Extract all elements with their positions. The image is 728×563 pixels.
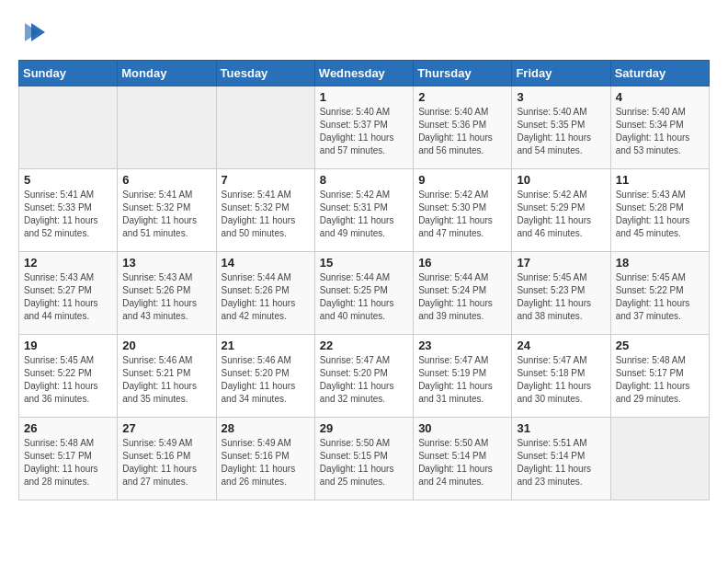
calendar-cell [118,86,216,169]
day-info: Sunrise: 5:44 AM Sunset: 5:24 PM Dayligh… [418,271,506,323]
day-info: Sunrise: 5:41 AM Sunset: 5:32 PM Dayligh… [122,189,210,240]
weekday-header-saturday: Saturday [610,61,709,86]
calendar-cell: 7Sunrise: 5:41 AM Sunset: 5:32 PM Daylig… [216,169,314,252]
day-info: Sunrise: 5:46 AM Sunset: 5:20 PM Dayligh… [222,354,310,406]
day-number: 13 [122,256,210,270]
day-info: Sunrise: 5:50 AM Sunset: 5:14 PM Dayligh… [418,437,506,488]
calendar-cell [216,86,314,169]
day-info: Sunrise: 5:48 AM Sunset: 5:17 PM Dayligh… [616,354,704,406]
day-info: Sunrise: 5:40 AM Sunset: 5:36 PM Dayligh… [418,106,506,157]
calendar-cell: 21Sunrise: 5:46 AM Sunset: 5:20 PM Dayli… [216,335,314,418]
weekday-header-monday: Monday [118,61,216,86]
calendar-cell: 22Sunrise: 5:47 AM Sunset: 5:20 PM Dayli… [314,335,413,418]
calendar-cell: 1Sunrise: 5:40 AM Sunset: 5:37 PM Daylig… [314,86,413,169]
calendar-cell: 31Sunrise: 5:51 AM Sunset: 5:14 PM Dayli… [512,418,610,500]
calendar-table: SundayMondayTuesdayWednesdayThursdayFrid… [18,60,710,500]
day-number: 12 [24,256,112,270]
day-number: 18 [616,256,704,270]
day-number: 4 [616,90,704,104]
day-info: Sunrise: 5:51 AM Sunset: 5:14 PM Dayligh… [517,437,605,488]
day-number: 14 [222,256,310,270]
day-info: Sunrise: 5:42 AM Sunset: 5:31 PM Dayligh… [320,189,408,240]
calendar-cell: 4Sunrise: 5:40 AM Sunset: 5:34 PM Daylig… [610,86,709,169]
calendar-cell: 2Sunrise: 5:40 AM Sunset: 5:36 PM Daylig… [414,86,512,169]
day-number: 22 [320,339,408,352]
calendar-cell: 20Sunrise: 5:46 AM Sunset: 5:21 PM Dayli… [118,335,216,418]
calendar-cell: 14Sunrise: 5:44 AM Sunset: 5:26 PM Dayli… [216,252,314,335]
day-number: 8 [320,173,408,187]
day-number: 11 [616,173,704,187]
day-number: 29 [320,421,408,435]
day-info: Sunrise: 5:49 AM Sunset: 5:16 PM Dayligh… [122,437,210,488]
calendar-cell: 10Sunrise: 5:42 AM Sunset: 5:29 PM Dayli… [512,169,610,252]
weekday-header-tuesday: Tuesday [216,61,314,86]
day-number: 9 [418,173,506,187]
page-header [18,18,710,46]
day-number: 31 [517,421,605,435]
calendar-cell: 18Sunrise: 5:45 AM Sunset: 5:22 PM Dayli… [610,252,709,335]
calendar-cell: 25Sunrise: 5:48 AM Sunset: 5:17 PM Dayli… [610,335,709,418]
day-number: 2 [418,90,506,104]
day-number: 30 [418,421,506,435]
calendar-cell: 12Sunrise: 5:43 AM Sunset: 5:27 PM Dayli… [19,252,118,335]
calendar-cell: 27Sunrise: 5:49 AM Sunset: 5:16 PM Dayli… [118,418,216,500]
logo-icon [22,18,50,46]
day-info: Sunrise: 5:44 AM Sunset: 5:25 PM Dayligh… [320,271,408,323]
day-number: 5 [24,173,112,187]
day-number: 16 [418,256,506,270]
day-number: 6 [122,173,210,187]
calendar-cell: 13Sunrise: 5:43 AM Sunset: 5:26 PM Dayli… [118,252,216,335]
calendar-cell: 8Sunrise: 5:42 AM Sunset: 5:31 PM Daylig… [314,169,413,252]
day-number: 19 [24,339,112,352]
day-info: Sunrise: 5:43 AM Sunset: 5:28 PM Dayligh… [616,189,704,240]
day-info: Sunrise: 5:49 AM Sunset: 5:16 PM Dayligh… [222,437,310,488]
day-info: Sunrise: 5:45 AM Sunset: 5:23 PM Dayligh… [517,271,605,323]
day-number: 24 [517,339,605,352]
day-info: Sunrise: 5:43 AM Sunset: 5:27 PM Dayligh… [24,271,112,323]
day-info: Sunrise: 5:41 AM Sunset: 5:32 PM Dayligh… [222,189,310,240]
day-number: 20 [122,339,210,352]
day-info: Sunrise: 5:48 AM Sunset: 5:17 PM Dayligh… [24,437,112,488]
calendar-cell: 5Sunrise: 5:41 AM Sunset: 5:33 PM Daylig… [19,169,118,252]
weekday-header-sunday: Sunday [19,61,118,86]
calendar-cell: 26Sunrise: 5:48 AM Sunset: 5:17 PM Dayli… [19,418,118,500]
day-info: Sunrise: 5:45 AM Sunset: 5:22 PM Dayligh… [616,271,704,323]
weekday-header-thursday: Thursday [414,61,512,86]
calendar-cell: 19Sunrise: 5:45 AM Sunset: 5:22 PM Dayli… [19,335,118,418]
calendar-cell: 28Sunrise: 5:49 AM Sunset: 5:16 PM Dayli… [216,418,314,500]
day-info: Sunrise: 5:47 AM Sunset: 5:20 PM Dayligh… [320,354,408,406]
calendar-cell: 3Sunrise: 5:40 AM Sunset: 5:35 PM Daylig… [512,86,610,169]
day-number: 26 [24,421,112,435]
day-info: Sunrise: 5:47 AM Sunset: 5:18 PM Dayligh… [517,354,605,406]
day-info: Sunrise: 5:41 AM Sunset: 5:33 PM Dayligh… [24,189,112,240]
day-number: 17 [517,256,605,270]
day-info: Sunrise: 5:47 AM Sunset: 5:19 PM Dayligh… [418,354,506,406]
day-number: 25 [616,339,704,352]
day-number: 1 [320,90,408,104]
day-number: 15 [320,256,408,270]
day-info: Sunrise: 5:40 AM Sunset: 5:37 PM Dayligh… [320,106,408,157]
calendar-cell: 11Sunrise: 5:43 AM Sunset: 5:28 PM Dayli… [610,169,709,252]
calendar-cell: 29Sunrise: 5:50 AM Sunset: 5:15 PM Dayli… [314,418,413,500]
day-number: 23 [418,339,506,352]
day-info: Sunrise: 5:46 AM Sunset: 5:21 PM Dayligh… [122,354,210,406]
weekday-header-friday: Friday [512,61,610,86]
day-info: Sunrise: 5:43 AM Sunset: 5:26 PM Dayligh… [122,271,210,323]
day-number: 28 [222,421,310,435]
calendar-cell: 9Sunrise: 5:42 AM Sunset: 5:30 PM Daylig… [414,169,512,252]
day-number: 21 [222,339,310,352]
calendar-cell [610,418,709,500]
day-info: Sunrise: 5:50 AM Sunset: 5:15 PM Dayligh… [320,437,408,488]
calendar-cell: 30Sunrise: 5:50 AM Sunset: 5:14 PM Dayli… [414,418,512,500]
calendar-cell: 15Sunrise: 5:44 AM Sunset: 5:25 PM Dayli… [314,252,413,335]
day-info: Sunrise: 5:42 AM Sunset: 5:30 PM Dayligh… [418,189,506,240]
day-number: 7 [222,173,310,187]
day-info: Sunrise: 5:44 AM Sunset: 5:26 PM Dayligh… [222,271,310,323]
day-info: Sunrise: 5:40 AM Sunset: 5:34 PM Dayligh… [616,106,704,157]
weekday-header-wednesday: Wednesday [314,61,413,86]
day-number: 27 [122,421,210,435]
day-info: Sunrise: 5:42 AM Sunset: 5:29 PM Dayligh… [517,189,605,240]
day-info: Sunrise: 5:45 AM Sunset: 5:22 PM Dayligh… [24,354,112,406]
day-number: 3 [517,90,605,104]
calendar-cell: 16Sunrise: 5:44 AM Sunset: 5:24 PM Dayli… [414,252,512,335]
